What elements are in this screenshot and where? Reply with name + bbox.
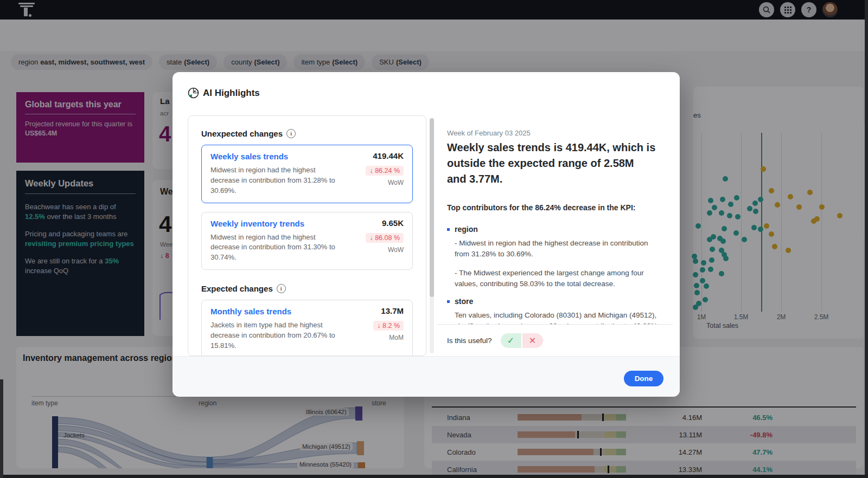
app-root: ? ✓ Global Retail Apparel Sales i ★ Sale… [0, 0, 868, 478]
thumbs-down-button[interactable]: ✕ [522, 333, 543, 348]
contributor-term: region [447, 225, 661, 234]
contributor-term: store [447, 297, 661, 306]
done-button[interactable]: Done [624, 371, 663, 386]
modal-title: AI Highlights [203, 88, 260, 99]
anomaly-card-period: WoW [388, 179, 404, 186]
info-icon[interactable]: i [286, 129, 296, 138]
bullet-icon [447, 228, 450, 231]
anomaly-card-period: WoW [388, 246, 404, 254]
anomaly-card-value: 419.44K [373, 151, 404, 160]
anomaly-card-period: MoM [389, 334, 404, 341]
bullet-icon [447, 300, 450, 303]
contributor-line: - The Midwest experienced the largest ch… [455, 268, 661, 290]
ai-highlights-modal: AI Highlights Unexpected changesi Weekly… [173, 72, 680, 396]
contributor-term-label: region [455, 225, 478, 234]
modal-footer [173, 356, 680, 397]
anomaly-card-title[interactable]: Monthly sales trends [210, 307, 404, 316]
feedback-bar: Is this useful? ✓ ✕ [437, 324, 673, 356]
anomaly-card-desc: Midwest in region had the highest decrea… [210, 232, 346, 263]
anomaly-card-delta-badge: ↓ 86.24 % [366, 166, 404, 176]
anomaly-card-delta-badge: ↓ 8.2 % [373, 321, 404, 331]
thumbs-up-button[interactable]: ✓ [501, 333, 521, 348]
section-unexpected: Unexpected changesi [201, 129, 413, 138]
modal-scrollbar-thumb[interactable] [430, 118, 434, 297]
anomaly-card-value: 13.7M [381, 306, 404, 315]
anomaly-card[interactable]: Weekly sales trendsMidwest in region had… [201, 145, 413, 203]
detail-week-label: Week of February 03 2025 [447, 129, 531, 137]
detail-contributors-label: Top contributors for the 86.24% decrease… [447, 203, 635, 212]
anomaly-card-delta-badge: ↓ 86.08 % [366, 233, 404, 243]
info-icon[interactable]: i [277, 284, 286, 293]
screen-edge-right [865, 0, 868, 478]
anomaly-card-title[interactable]: Weekly inventory trends [210, 219, 404, 228]
detail-headline: Weekly sales trends is 419.44K, which is… [447, 140, 656, 187]
anomaly-card-desc: Midwest in region had the highest decrea… [210, 165, 346, 196]
anomaly-card-value: 9.65K [382, 218, 404, 228]
section-expected: Expected changesi [201, 284, 413, 293]
screen-edge-left [0, 379, 3, 478]
contributor-term-label: store [455, 297, 473, 306]
screen-edge-bottom [0, 475, 868, 478]
anomaly-detail-panel: Week of February 03 2025 Weekly sales tr… [437, 115, 673, 356]
contributor-line: - Midwest in region had the highest decr… [455, 238, 661, 260]
anomaly-card[interactable]: Weekly inventory trendsMidwest in region… [201, 212, 413, 270]
feedback-question: Is this useful? [447, 337, 492, 345]
ai-highlights-icon [188, 87, 199, 99]
anomaly-card[interactable]: Monthly sales trendsJackets in item type… [201, 300, 413, 356]
anomaly-card-desc: Jackets in item type had the highest dec… [210, 320, 346, 351]
anomaly-list-panel: Unexpected changesi Weekly sales trendsM… [188, 115, 426, 356]
